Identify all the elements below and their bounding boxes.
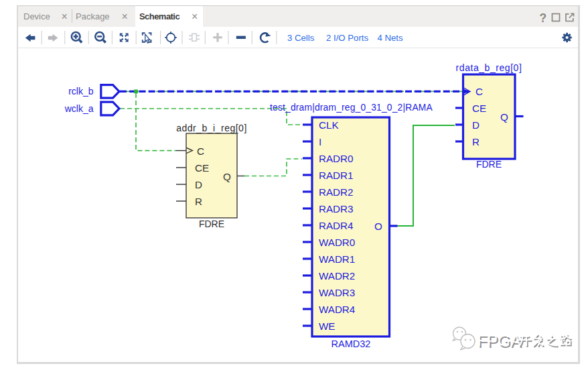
svg-text:R: R [195,196,202,207]
svg-text:CLK: CLK [319,119,339,131]
svg-text:WADR4: WADR4 [319,304,355,315]
svg-text:4 Nets: 4 Nets [378,33,404,43]
svg-text:WADR2: WADR2 [319,270,355,282]
svg-text:I: I [319,136,321,147]
svg-text:O: O [374,221,382,232]
svg-text:WADR3: WADR3 [319,287,355,298]
svg-text:RADR0: RADR0 [319,153,353,164]
svg-text:FDRE: FDRE [199,219,224,229]
svg-text:wclk_a: wclk_a [64,103,94,114]
svg-text:rdata_b_reg[0]: rdata_b_reg[0] [456,62,522,73]
svg-text:WADR0: WADR0 [319,237,355,248]
svg-text:test_dram|dram_reg_0_31_0_2|RA: test_dram|dram_reg_0_31_0_2|RAMA [270,103,433,113]
svg-text:R: R [472,136,480,147]
svg-text:WADR1: WADR1 [319,253,355,265]
svg-text:?: ? [540,11,547,25]
svg-text:addr_b_i_reg[0]: addr_b_i_reg[0] [176,123,247,133]
svg-text:FDRE: FDRE [476,159,502,170]
svg-text:WE: WE [319,320,335,332]
svg-text:RADR4: RADR4 [319,220,353,231]
svg-text:rclk_b: rclk_b [68,86,94,97]
svg-text:C: C [475,86,483,97]
svg-text:RAMD32: RAMD32 [332,339,371,349]
svg-text:CE: CE [472,103,486,114]
svg-text:Q: Q [223,171,231,182]
svg-text:3 Cells: 3 Cells [287,33,315,43]
svg-text:D: D [472,119,480,131]
svg-text:RADR1: RADR1 [319,170,353,181]
svg-text:C: C [197,145,204,157]
svg-text:Q: Q [500,111,508,123]
svg-text:FPGA: FPGA [477,331,520,349]
svg-text:2 I/O Ports: 2 I/O Ports [326,33,368,43]
svg-text:RADR3: RADR3 [319,203,353,215]
svg-text:RADR2: RADR2 [319,186,353,198]
svg-text:D: D [195,179,202,190]
svg-text:CE: CE [195,162,209,174]
